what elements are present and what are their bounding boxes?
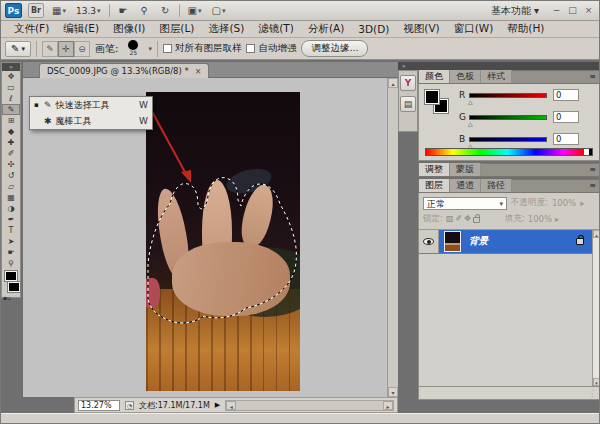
layer-row-background[interactable]: 背景 [419, 230, 592, 254]
tab-swatches[interactable]: 色板 [450, 70, 481, 83]
hand-tool[interactable]: ☛ [2, 247, 20, 258]
blue-slider[interactable]: △ [469, 137, 547, 142]
lasso-tool[interactable]: ℓ [2, 93, 20, 104]
tab-adjustments[interactable]: 调整 [419, 163, 450, 176]
red-slider[interactable]: △ [469, 93, 547, 98]
menu-3d[interactable]: 3D(D) [351, 23, 396, 35]
slider-thumb-icon[interactable]: △ [468, 98, 473, 105]
fill-value[interactable]: 100% [528, 214, 552, 224]
move-tool[interactable]: ✥ [2, 71, 20, 82]
crop-tool[interactable]: ⊞ [2, 115, 20, 126]
photo-image[interactable] [146, 92, 300, 391]
tools-collapse-icon[interactable]: » [2, 63, 20, 71]
lock-position-icon[interactable]: ✥ [464, 214, 471, 223]
tab-masks[interactable]: 蒙版 [450, 163, 481, 176]
menu-edit[interactable]: 编辑(E) [56, 22, 106, 36]
layer-thumbnail[interactable] [444, 231, 461, 252]
rectangular-marquee-tool[interactable]: ▭ [2, 82, 20, 93]
green-slider[interactable]: △ [469, 115, 547, 120]
layers-scrollbar[interactable]: ▴ ▾ [592, 230, 600, 386]
panel-menu-icon[interactable]: ≡ [589, 179, 600, 192]
background-color-swatch[interactable] [8, 282, 20, 292]
lock-all-icon[interactable] [473, 217, 480, 223]
red-value-input[interactable]: 0 [553, 89, 579, 101]
default-colors-icon[interactable]: ▪▫ [3, 294, 11, 301]
lock-transparency-icon[interactable]: ▨ [446, 214, 454, 223]
scroll-up-icon[interactable]: ▴ [593, 230, 600, 238]
menu-analysis[interactable]: 分析(A) [301, 22, 351, 36]
launch-bridge-button[interactable]: Br [28, 3, 44, 18]
tab-layers[interactable]: 图层 [419, 179, 450, 192]
workspace-switcher[interactable]: 基本功能 ▾ [486, 3, 544, 19]
menu-layer[interactable]: 图层(L) [152, 22, 201, 36]
screen-mode-button[interactable]: ▢ ▾ [210, 3, 228, 18]
clone-stamp-tool[interactable]: ✣ [2, 159, 20, 170]
scroll-down-icon[interactable]: ▾ [593, 378, 600, 386]
path-selection-tool[interactable]: ➤ [2, 236, 20, 247]
zoom-percent-input[interactable]: 13.27% [78, 400, 120, 411]
view-extras-button[interactable]: ▦ ▾ [50, 3, 68, 18]
type-tool[interactable]: T [2, 225, 20, 236]
color-spectrum-ramp[interactable] [425, 148, 593, 156]
tab-channels[interactable]: 通道 [450, 179, 481, 192]
flyout-item-quick-selection[interactable]: ▪ ✎ 快速选择工具 W [30, 97, 152, 113]
scroll-right-icon[interactable]: ▸ [383, 401, 393, 410]
status-menu-arrow-icon[interactable]: ▶ [215, 401, 220, 409]
scroll-up-icon[interactable]: ▴ [388, 78, 398, 88]
flyout-item-magic-wand[interactable]: ✱ 魔棒工具 W [30, 113, 152, 129]
slider-thumb-icon[interactable]: △ [468, 120, 473, 127]
panel-menu-icon[interactable]: ≡ [589, 163, 600, 176]
menu-view[interactable]: 视图(V) [396, 22, 446, 36]
brush-tool[interactable]: ✐ [2, 148, 20, 159]
menu-help[interactable]: 帮助(H) [500, 22, 551, 36]
eye-icon[interactable] [423, 238, 434, 245]
spot-healing-brush-tool[interactable]: ✚ [2, 137, 20, 148]
lock-pixels-icon[interactable]: ✐ [455, 214, 462, 223]
eyedropper-tool[interactable]: ◆ [2, 126, 20, 137]
menu-select[interactable]: 选择(S) [201, 22, 251, 36]
opacity-value[interactable]: 100% [552, 198, 576, 208]
document-tab[interactable]: DSC_0009.JPG @ 13.3%(RGB/8) * × [39, 63, 209, 78]
tab-close-icon[interactable]: × [195, 67, 202, 76]
subtract-from-selection-button[interactable]: ⊖ [74, 41, 90, 57]
blend-mode-select[interactable]: 正常 ▾ [423, 197, 507, 210]
arrange-documents-button[interactable]: ▣ ▾ [186, 3, 204, 18]
sample-all-layers-checkbox[interactable]: 对所有图层取样 [163, 42, 242, 55]
menu-file[interactable]: 文件(F) [7, 22, 56, 36]
zoom-tool[interactable]: ⚲ [2, 258, 20, 269]
menu-image[interactable]: 图像(I) [106, 22, 152, 36]
refine-edge-button[interactable]: 调整边缘... [301, 40, 368, 57]
scroll-left-icon[interactable]: ◂ [226, 401, 236, 410]
vertical-scrollbar[interactable]: ▴ ▾ [387, 78, 398, 397]
quick-selection-tool[interactable]: ✎ [2, 104, 20, 115]
history-panel-button[interactable]: Y [400, 75, 416, 91]
foreground-color-swatch[interactable] [425, 90, 439, 104]
panel-options-icon[interactable]: ⋮ [588, 389, 596, 398]
zoom-tool-button[interactable]: ⚲ [137, 3, 152, 18]
menu-filter[interactable]: 滤镜(T) [251, 22, 301, 36]
actions-panel-button[interactable]: ▤ [400, 96, 416, 112]
tab-styles[interactable]: 样式 [481, 70, 512, 83]
tool-preset-picker[interactable]: ✎ ▾ [5, 41, 31, 57]
auto-enhance-checkbox[interactable]: 自动增强 [246, 42, 296, 55]
blur-tool[interactable]: ◑ [2, 203, 20, 214]
new-selection-button[interactable]: ✎ [42, 41, 58, 57]
restore-button[interactable]: □ [566, 5, 579, 17]
history-brush-tool[interactable]: ↺ [2, 170, 20, 181]
zoom-level-field[interactable]: 13.3 ▾ [74, 3, 103, 18]
add-to-selection-button[interactable]: ✛ [58, 41, 74, 57]
layer-visibility-cell[interactable] [419, 230, 439, 253]
gradient-tool[interactable]: ▦ [2, 192, 20, 203]
foreground-color-swatch[interactable] [5, 271, 17, 281]
hand-tool-button[interactable]: ☛ [116, 3, 131, 18]
tab-paths[interactable]: 路径 [481, 179, 512, 192]
panel-menu-icon[interactable]: ≡ [589, 70, 600, 83]
green-value-input[interactable]: 0 [553, 111, 579, 123]
blue-value-input[interactable]: 0 [553, 133, 579, 145]
pen-tool[interactable]: ✒ [2, 214, 20, 225]
rotate-view-button[interactable]: ↻ [158, 3, 173, 18]
eraser-tool[interactable]: ▱ [2, 181, 20, 192]
close-button[interactable]: × [582, 5, 595, 17]
scroll-down-icon[interactable]: ▾ [388, 387, 398, 397]
horizontal-scrollbar[interactable]: ◂ ▸ [225, 400, 394, 411]
